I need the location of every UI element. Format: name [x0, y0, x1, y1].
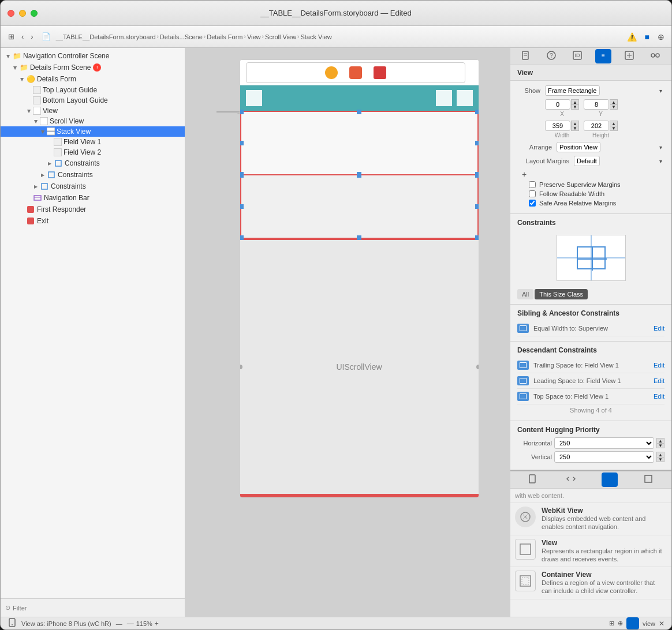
- add-btn-1[interactable]: +: [522, 170, 527, 179]
- follow-readable-checkbox[interactable]: [529, 190, 536, 197]
- zoom-in-btn[interactable]: +: [155, 620, 159, 628]
- sidebar-item-details-form[interactable]: ▶ 🟡 Details Form: [1, 73, 185, 85]
- breadcrumb-view[interactable]: View: [247, 33, 261, 40]
- y-input[interactable]: [584, 99, 609, 110]
- vertical-stepper[interactable]: ▲ ▼: [656, 452, 664, 462]
- x-stepper[interactable]: ▲ ▼: [571, 99, 579, 110]
- sidebar-item-navigation-bar[interactable]: Navigation Bar: [1, 192, 185, 204]
- sibling-constraint-edit-1[interactable]: Edit: [654, 325, 664, 332]
- lib-circle-btn[interactable]: [602, 472, 618, 487]
- safe-area-checkbox[interactable]: [529, 200, 536, 207]
- sidebar-item-scroll-view[interactable]: ▶ Scroll View: [1, 116, 185, 126]
- quick-help-btn[interactable]: ?: [543, 49, 559, 63]
- v-stepper-up[interactable]: ▲: [656, 452, 664, 457]
- sidebar-item-stack-view[interactable]: ▶ Stack View: [1, 126, 185, 137]
- sidebar-item-first-responder[interactable]: First Responder: [1, 204, 185, 215]
- sidebar-item-field-view-1[interactable]: Field View 1: [1, 137, 185, 147]
- vertical-priority-select[interactable]: 250: [554, 451, 654, 463]
- desc-constraint-edit-1[interactable]: Edit: [654, 362, 664, 369]
- resize-handle-tl[interactable]: [240, 110, 244, 114]
- show-select-wrap[interactable]: Frame Rectangle: [545, 85, 664, 96]
- horizontal-priority-select[interactable]: 250: [554, 437, 654, 449]
- all-tab[interactable]: All: [517, 289, 533, 299]
- sidebar-item-constraints-2[interactable]: ▶ Constraints: [1, 169, 185, 181]
- connections-btn[interactable]: [647, 49, 663, 63]
- toolbar-nav[interactable]: ⊞ ‹ ›: [5, 31, 36, 43]
- fv2-handle-mr[interactable]: [475, 204, 479, 209]
- resize-handle-ml[interactable]: [240, 141, 244, 145]
- add-object-btn[interactable]: ⊕: [618, 620, 623, 627]
- file-icon[interactable]: 📄: [39, 31, 54, 43]
- this-size-class-tab[interactable]: This Size Class: [535, 289, 588, 299]
- x-stepper-down[interactable]: ▼: [571, 104, 579, 110]
- show-select[interactable]: Frame Rectangle: [545, 85, 600, 96]
- breadcrumb-scroll[interactable]: Scroll View: [265, 33, 296, 40]
- attributes-btn[interactable]: ≡: [595, 49, 611, 63]
- h-stepper-up[interactable]: ▲: [656, 438, 664, 443]
- warning-icon[interactable]: ⚠️: [625, 30, 639, 44]
- horizontal-stepper[interactable]: ▲ ▼: [656, 438, 664, 448]
- fv2-handle-br[interactable]: [475, 235, 479, 240]
- fv2-handle-tm[interactable]: [357, 173, 361, 178]
- resize-handle-mr[interactable]: [475, 141, 479, 145]
- height-stepper-up[interactable]: ▲: [610, 121, 618, 126]
- fv2-handle-bm[interactable]: [357, 235, 361, 240]
- breadcrumb-scene[interactable]: Details...Scene: [160, 33, 203, 40]
- height-stepper[interactable]: ▲ ▼: [610, 121, 618, 131]
- window-controls[interactable]: [8, 10, 38, 17]
- desc-constraint-edit-2[interactable]: Edit: [654, 377, 664, 384]
- breadcrumb-form[interactable]: Details Form: [207, 33, 242, 40]
- close-view-btn[interactable]: ✕: [659, 620, 664, 628]
- identity-btn[interactable]: ID: [569, 49, 585, 63]
- minimize-button[interactable]: [19, 10, 26, 17]
- sidebar-item-nav-controller-scene[interactable]: ▶ 📁 Navigation Controller Scene: [1, 50, 185, 62]
- resize-handle-tr[interactable]: [475, 110, 479, 114]
- breadcrumb-stack[interactable]: Stack View: [300, 33, 331, 40]
- x-input[interactable]: [545, 99, 570, 110]
- y-stepper[interactable]: ▲ ▼: [610, 99, 618, 110]
- maximize-button[interactable]: [31, 10, 38, 17]
- y-stepper-up[interactable]: ▲: [610, 99, 618, 104]
- sidebar-item-view[interactable]: ▶ View: [1, 106, 185, 116]
- sidebar-item-details-form-scene[interactable]: ▶ 📁 Details Form Scene !: [1, 62, 185, 73]
- lib-file-btn[interactable]: [525, 472, 540, 487]
- preserve-superview-checkbox[interactable]: [529, 181, 536, 188]
- device-select-btn[interactable]: [8, 618, 17, 629]
- forward-button[interactable]: ›: [28, 31, 36, 43]
- layout-margins-select-wrap[interactable]: Default: [574, 156, 664, 166]
- fv2-handle-tl[interactable]: [240, 173, 244, 178]
- grid-icon[interactable]: ⊞: [5, 31, 17, 43]
- width-stepper[interactable]: ▲ ▼: [571, 121, 579, 131]
- view-as-btn[interactable]: ⊞: [609, 620, 614, 627]
- back-button[interactable]: ‹: [18, 31, 27, 43]
- breadcrumb-storyboard[interactable]: __TABLE__DetailsForm.storyboard: [56, 33, 156, 40]
- sidebar-item-top-layout[interactable]: Top Layout Guide: [1, 85, 185, 95]
- width-stepper-down[interactable]: ▼: [571, 126, 579, 131]
- height-stepper-down[interactable]: ▼: [610, 126, 618, 131]
- h-stepper-down[interactable]: ▼: [656, 443, 664, 448]
- filter-input[interactable]: [13, 605, 180, 612]
- sidebar-item-constraints-3[interactable]: ▶ Constraints: [1, 181, 185, 192]
- v-stepper-down[interactable]: ▼: [656, 457, 664, 462]
- sidebar-item-bottom-layout[interactable]: Bottom Layout Guide: [1, 95, 185, 106]
- inspector-icon[interactable]: ■: [643, 30, 652, 44]
- y-stepper-down[interactable]: ▼: [610, 104, 618, 110]
- zoom-out-btn[interactable]: —: [127, 620, 134, 628]
- sidebar-item-exit[interactable]: Exit: [1, 215, 185, 227]
- width-input[interactable]: [545, 121, 570, 131]
- resize-handle-tm[interactable]: [357, 110, 361, 114]
- layout-margins-select[interactable]: Default: [574, 156, 600, 166]
- fv2-handle-ml[interactable]: [240, 204, 244, 209]
- height-input[interactable]: [584, 121, 609, 131]
- file-inspector-btn[interactable]: [518, 49, 533, 63]
- close-button[interactable]: [8, 10, 14, 17]
- lib-code-btn[interactable]: [563, 472, 579, 487]
- sidebar-item-field-view-2[interactable]: Field View 2: [1, 147, 185, 158]
- size-btn[interactable]: [621, 49, 637, 63]
- width-stepper-up[interactable]: ▲: [571, 121, 579, 126]
- arrange-select-wrap[interactable]: Position View: [557, 142, 664, 152]
- fv2-handle-tr[interactable]: [475, 173, 479, 178]
- fv2-handle-bl[interactable]: [240, 235, 244, 240]
- arrange-select[interactable]: Position View: [557, 142, 600, 152]
- sidebar-item-constraints-1[interactable]: ▶ Constraints: [1, 158, 185, 169]
